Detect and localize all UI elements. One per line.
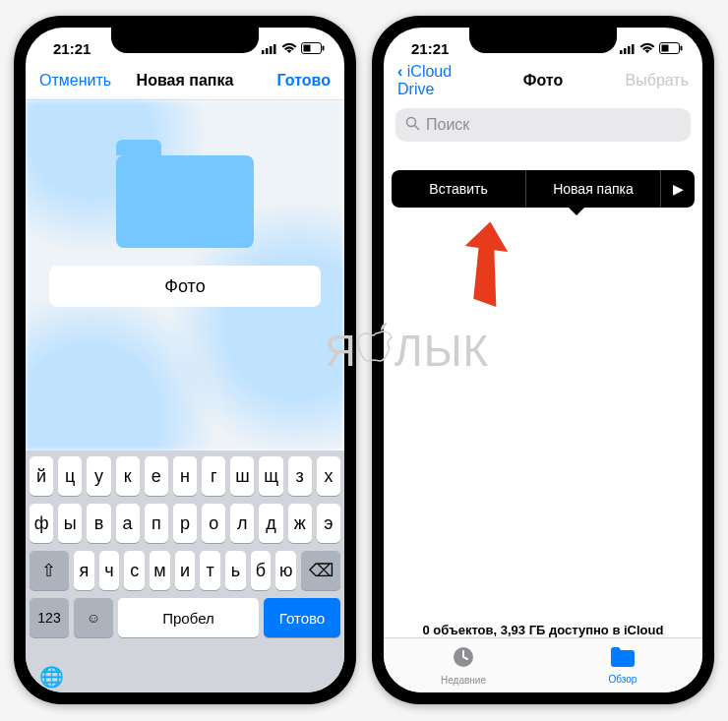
backspace-key[interactable]: ⌫ [301,551,340,590]
svg-rect-3 [273,44,276,54]
svg-rect-5 [304,44,311,51]
return-key[interactable]: Готово [264,598,340,637]
key-letter[interactable]: ж [288,504,312,543]
key-letter[interactable]: м [150,551,170,590]
status-indicators [262,40,325,57]
key-letter[interactable]: п [145,504,168,543]
keyboard-row-2: ф ы в а п р о л д ж э [30,504,340,543]
notch [469,28,617,53]
cancel-button[interactable]: Отменить [39,72,128,90]
key-letter[interactable]: в [87,504,110,543]
tab-recents[interactable]: Недавние [384,638,543,692]
nav-title: Новая папка [137,72,234,90]
screen-right: 21:21 ‹ iCloud Drive Фото Выбрать [384,28,702,692]
clock-icon [452,645,475,673]
svg-rect-9 [628,46,631,54]
key-letter[interactable]: я [74,551,94,590]
storage-status: 0 объектов, 3,93 ГБ доступно в iCloud [384,623,702,637]
key-letter[interactable]: а [116,504,140,543]
tab-browse[interactable]: Обзор [543,638,702,692]
status-time: 21:21 [411,40,449,57]
keyboard-row-3: ⇧ я ч с м и т ь б ю ⌫ [30,551,340,590]
search-input[interactable]: Поиск [395,108,691,142]
svg-rect-13 [681,45,683,50]
key-letter[interactable]: н [173,456,197,496]
key-letter[interactable]: у [87,456,110,496]
key-letter[interactable]: з [288,456,312,496]
svg-rect-1 [266,48,269,54]
svg-rect-6 [323,45,325,50]
key-letter[interactable]: х [317,456,340,496]
key-letter[interactable]: ц [58,456,82,496]
svg-rect-0 [262,50,265,54]
wifi-icon [639,40,655,57]
key-letter[interactable]: т [200,551,220,590]
folder-icon [116,140,254,248]
back-button[interactable]: ‹ iCloud Drive [397,63,486,98]
navbar-files: ‹ iCloud Drive Фото Выбрать [384,61,702,100]
wifi-icon [281,40,297,57]
phone-frame-left: 21:21 Отменить Новая папка Готово [14,16,356,704]
svg-line-15 [415,125,419,129]
key-letter[interactable]: щ [259,456,282,496]
menu-tail [569,208,584,215]
svg-rect-2 [270,46,273,54]
key-letter[interactable]: э [317,504,340,543]
annotation-arrow-icon [462,222,521,311]
key-letter[interactable]: р [173,504,197,543]
svg-marker-16 [462,222,512,308]
notch [111,28,259,53]
search-placeholder: Поиск [426,116,469,134]
key-letter[interactable]: с [124,551,145,590]
folder-name-input[interactable]: Фото [49,266,321,307]
key-letter[interactable]: ш [230,456,254,496]
keyboard-row-1: й ц у к е н г ш щ з х [30,456,340,496]
shift-key[interactable]: ⇧ [30,551,69,590]
signal-icon [620,40,636,57]
context-menu: Вставить Новая папка ▶ [392,170,695,208]
tab-browse-label: Обзор [609,674,637,685]
keyboard: й ц у к е н г ш щ з х ф ы в а п р о л [26,451,344,692]
screen-left: 21:21 Отменить Новая папка Готово [26,28,344,692]
menu-new-folder[interactable]: Новая папка [526,170,660,208]
key-letter[interactable]: л [230,504,254,543]
svg-rect-8 [624,48,627,54]
chevron-left-icon: ‹ [397,63,407,80]
key-letter[interactable]: й [30,456,53,496]
key-letter[interactable]: и [175,551,196,590]
status-time: 21:21 [53,40,91,57]
key-letter[interactable]: ф [30,504,53,543]
globe-icon[interactable]: 🌐 [39,665,64,689]
key-letter[interactable]: б [251,551,272,590]
folder-name-value: Фото [164,276,205,297]
svg-rect-7 [620,50,623,54]
key-letter[interactable]: д [259,504,282,543]
key-letter[interactable]: ю [275,551,296,590]
svg-rect-10 [632,44,635,54]
select-button[interactable]: Выбрать [600,72,689,90]
folder-icon [610,646,636,672]
emoji-key[interactable]: ☺ [74,598,113,637]
battery-icon [301,40,325,57]
key-letter[interactable]: г [202,456,225,496]
phone-frame-right: 21:21 ‹ iCloud Drive Фото Выбрать [372,16,714,704]
numbers-key[interactable]: 123 [30,598,69,637]
signal-icon [262,40,277,57]
navbar-new-folder: Отменить Новая папка Готово [26,61,344,100]
search-icon [405,116,420,135]
key-letter[interactable]: ч [99,551,120,590]
key-letter[interactable]: е [145,456,168,496]
key-letter[interactable]: ь [225,551,246,590]
status-indicators [620,40,683,57]
nav-title: Фото [523,72,563,90]
tabbar: Недавние Обзор [384,637,702,692]
keyboard-row-4: 123 ☺ Пробел Готово [30,598,340,637]
key-letter[interactable]: ы [58,504,82,543]
svg-rect-12 [662,44,669,51]
menu-more[interactable]: ▶ [661,170,695,208]
key-letter[interactable]: к [116,456,140,496]
key-letter[interactable]: о [202,504,225,543]
space-key[interactable]: Пробел [118,598,259,637]
menu-paste[interactable]: Вставить [392,170,525,208]
done-button[interactable]: Готово [242,72,331,90]
